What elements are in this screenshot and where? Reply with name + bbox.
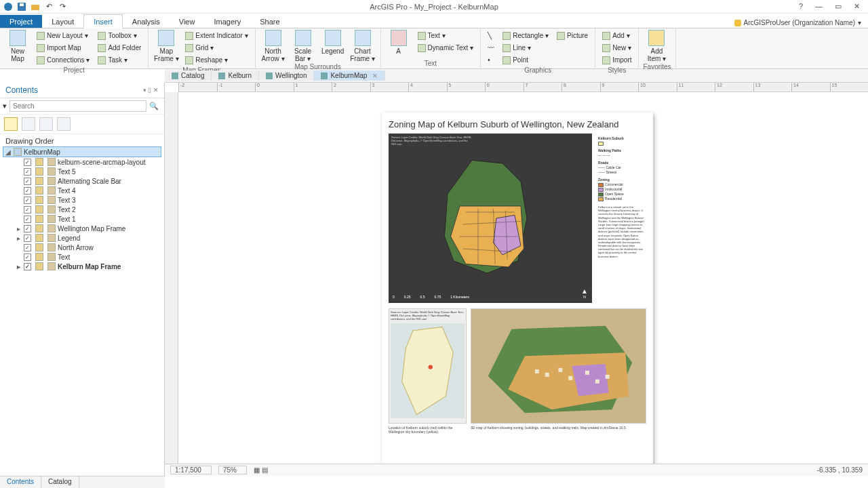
svg-rect-18 <box>595 380 599 384</box>
tab-insert[interactable]: Insert <box>83 14 123 28</box>
kelburn-zoning-polygon <box>426 157 555 279</box>
zoom-selector[interactable]: 75% <box>218 466 247 474</box>
tree-item[interactable]: ✓North Arrow <box>3 243 161 252</box>
lock-icon <box>35 253 43 261</box>
scene-map-frame[interactable] <box>471 308 646 424</box>
chart-frame-button[interactable]: Chart Frame ▾ <box>349 30 376 62</box>
lock-icon <box>35 186 43 195</box>
tree-item[interactable]: ✓Text 2 <box>3 205 161 214</box>
tree-item[interactable]: ✓Text 5 <box>3 167 161 176</box>
list-by-drawing-order-button[interactable] <box>4 117 18 131</box>
styles-import-button[interactable]: Import <box>599 54 634 66</box>
styles-add-button[interactable]: Add ▾ <box>599 30 634 41</box>
lock-icon <box>35 215 43 223</box>
scale-selector[interactable]: 1:17,500 <box>170 466 212 474</box>
tree-root[interactable]: ◢KelburnMap <box>3 146 161 157</box>
element-icon <box>47 243 56 251</box>
pane-options-icon[interactable]: ▾ ▯ ✕ <box>143 87 159 94</box>
tree-item[interactable]: ✓Text 4 <box>3 186 161 195</box>
filter-icon[interactable]: ▾ <box>3 102 7 110</box>
tab-share[interactable]: Share <box>250 15 289 28</box>
layout-icon <box>14 148 22 156</box>
tab-view[interactable]: View <box>170 15 205 28</box>
maximize-icon[interactable]: ▭ <box>835 2 842 11</box>
tree-item[interactable]: ✓kelburn-scene-arcmap-layout <box>3 157 161 167</box>
undo-icon[interactable]: ↶ <box>43 1 54 12</box>
search-input[interactable] <box>9 100 146 112</box>
grid-button[interactable]: Grid ▾ <box>182 42 250 54</box>
vtab-kelburn[interactable]: Kelburn <box>212 70 258 81</box>
tree-item[interactable]: ▸✓Wellington Map Frame <box>3 224 161 233</box>
tree-item[interactable]: ✓Text 1 <box>3 214 161 224</box>
line-tool-icon[interactable]: ╲ <box>485 30 497 41</box>
new-map-button[interactable]: New Map <box>4 30 31 62</box>
user-badge[interactable]: ArcGISProUser (Organization Name) ▾ <box>728 18 869 28</box>
svg-rect-2 <box>20 3 24 6</box>
svg-rect-13 <box>535 369 539 373</box>
add-item-button[interactable]: Add Item ▾ <box>643 30 670 62</box>
main-map-frame[interactable]: Service Layer Credits: World Dark Gray C… <box>389 134 592 303</box>
svg-rect-3 <box>31 5 39 10</box>
vtab-catalog[interactable]: Catalog <box>165 70 212 81</box>
tree-item[interactable]: ▸✓Legend <box>3 233 161 243</box>
connections-button[interactable]: Connections ▾ <box>34 54 92 66</box>
dot-tool-icon[interactable]: • <box>485 54 497 66</box>
tab-project[interactable]: Project <box>0 15 42 28</box>
overview-map-frame[interactable]: Sources: Layer Credits: World Dark Gray … <box>389 308 467 424</box>
caption-1: Location of Kelburn suburb (red) within … <box>389 426 467 434</box>
tree-item[interactable]: ✓Text 3 <box>3 195 161 205</box>
styles-new-button[interactable]: New ▾ <box>599 42 634 54</box>
curve-tool-icon[interactable]: 〰 <box>485 42 497 54</box>
help-icon[interactable]: ? <box>799 2 803 11</box>
open-icon[interactable] <box>30 1 41 12</box>
vtab-wellington[interactable]: Wellington <box>259 70 315 81</box>
element-icon <box>47 234 56 242</box>
line-button[interactable]: Line ▾ <box>500 42 551 54</box>
svg-rect-17 <box>585 371 589 375</box>
extent-indicator-button[interactable]: Extent Indicator ▾ <box>182 30 250 41</box>
list-by-selection-button[interactable] <box>39 117 53 131</box>
toolbox-button[interactable]: Toolbox ▾ <box>95 30 144 41</box>
quick-access-toolbar: ↶ ↷ ArcGIS Pro - My_Project - KelburnMap… <box>0 0 868 14</box>
reshape-button[interactable]: Reshape ▾ <box>182 54 250 66</box>
save-icon[interactable] <box>16 1 27 12</box>
text-small-button[interactable]: Text ▾ <box>415 30 477 41</box>
tree-item[interactable]: ▸✓Kelburn Map Frame <box>3 262 161 271</box>
layout-canvas[interactable]: -2-10123456789101112131415 Zoning Map of… <box>165 83 868 476</box>
list-by-element-type-button[interactable] <box>57 117 71 131</box>
view-mode-icon[interactable]: ▦ ▤ <box>254 466 268 474</box>
point-button[interactable]: Point <box>500 54 551 66</box>
vtab-kelburnmap[interactable]: KelburnMap✕ <box>314 70 385 81</box>
task-button[interactable]: Task ▾ <box>95 54 144 66</box>
tree-item[interactable]: ✓Alternating Scale Bar <box>3 176 161 186</box>
new-layout-button[interactable]: New Layout ▾ <box>34 30 92 41</box>
close-tab-icon[interactable]: ✕ <box>372 73 378 79</box>
import-map-button[interactable]: Import Map <box>34 42 92 54</box>
tree-item[interactable]: ✓Text <box>3 252 161 262</box>
ctab-catalog[interactable]: Catalog <box>41 476 79 488</box>
dynamic-text-button[interactable]: Dynamic Text ▾ <box>415 42 477 54</box>
tab-imagery[interactable]: Imagery <box>204 15 250 28</box>
ctab-contents[interactable]: Contents <box>0 476 41 488</box>
minimize-icon[interactable]: — <box>815 2 823 11</box>
svg-marker-7 <box>402 327 453 414</box>
redo-icon[interactable]: ↷ <box>57 1 68 12</box>
layout-page[interactable]: Zoning Map of Kelburn Suburb of Wellingt… <box>382 113 653 464</box>
north-arrow-button[interactable]: North Arrow ▾ <box>260 30 287 62</box>
legend-button[interactable]: Legend <box>319 30 347 55</box>
picture-button[interactable]: Picture <box>554 30 591 41</box>
element-icon <box>47 262 56 270</box>
svg-rect-15 <box>559 368 563 372</box>
tab-layout[interactable]: Layout <box>42 15 83 28</box>
search-icon[interactable]: 🔍 <box>146 102 161 110</box>
status-bar: 1:17,500 75% ▦ ▤ -6.335 , 10.359 <box>165 464 868 476</box>
scale-bar-button[interactable]: Scale Bar ▾ <box>290 30 317 62</box>
tab-analysis[interactable]: Analysis <box>123 15 170 28</box>
coords-readout: -6.335 , 10.359 <box>817 466 863 474</box>
close-icon[interactable]: ✕ <box>854 2 860 11</box>
list-by-source-button[interactable] <box>22 117 35 131</box>
add-folder-button[interactable]: Add Folder <box>95 42 144 54</box>
text-button[interactable]: A <box>385 30 412 55</box>
rectangle-button[interactable]: Rectangle ▾ <box>500 30 551 41</box>
map-frame-button[interactable]: Map Frame ▾ <box>153 30 180 62</box>
